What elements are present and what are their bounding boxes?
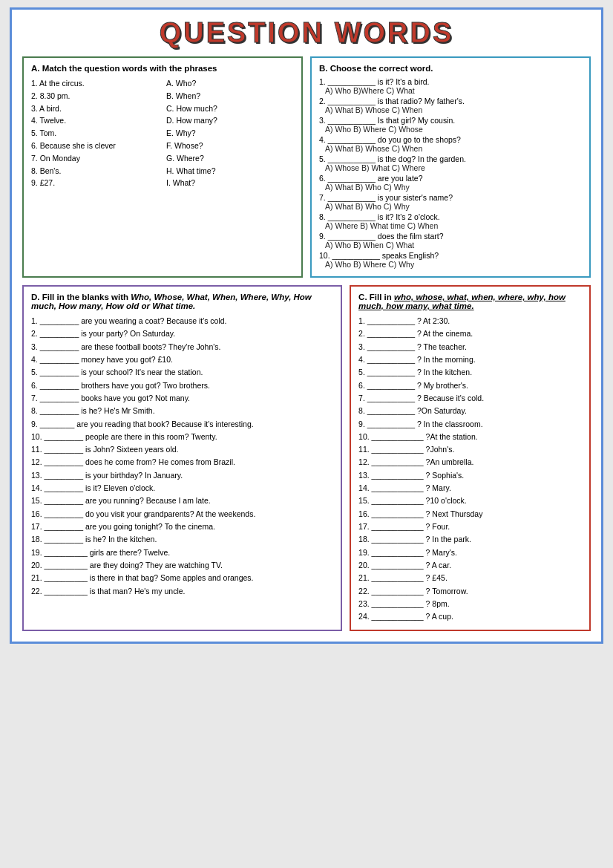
section-c-list: 1. ___________ ? At 2:30.2. ___________ … (358, 315, 582, 624)
section-c-item: 14. ____________ ? Mary. (358, 482, 582, 495)
section-d-item: 5. _________ is your school? It's near t… (31, 366, 333, 379)
section-b: B. Choose the correct word. 1. _________… (310, 56, 591, 278)
choose-options: A) What B) Whose C) When (325, 144, 582, 153)
page-title: QUESTION WORDS (22, 17, 591, 49)
section-b-item: 8. ___________ is it? It's 2 o'clock.A) … (319, 212, 582, 230)
page: QUESTION WORDS A. Match the question wor… (10, 7, 603, 644)
section-a-left-item: 5. Tom. (31, 127, 159, 140)
section-d-item: 16. _________ do you visit your grandpar… (31, 508, 333, 521)
choose-question: 2. ___________ is that radio? My father'… (319, 97, 582, 105)
section-a-left-item: 2. 8.30 pm. (31, 90, 159, 102)
section-c-item: 1. ___________ ? At 2:30. (358, 315, 582, 327)
section-c-item: 21. ____________ ? £45. (358, 572, 582, 584)
section-d-words: Who, Whose, What, When, Where, Why, How … (31, 293, 312, 310)
choose-question: 7. ___________ is your sister's name? (319, 193, 582, 202)
choose-question: 5. ___________ is the dog? In the garden… (319, 154, 582, 163)
section-d-item: 19. __________ girls are there? Twelve. (31, 546, 333, 559)
section-c-item: 4. ___________ ? In the morning. (358, 353, 582, 366)
section-b-item: 5. ___________ is the dog? In the garden… (319, 154, 582, 172)
section-d: D. Fill in the blanks with Who, Whose, W… (22, 285, 342, 631)
section-c-item: 2. ___________ ? At the cinema. (358, 327, 582, 340)
choose-options: A) Who B)Where C) What (325, 86, 582, 95)
choose-question: 8. ___________ is it? It's 2 o'clock. (319, 212, 582, 221)
section-c-item: 15. ____________ ?10 o'clock. (358, 495, 582, 507)
section-c-item: 23. ____________ ? 8pm. (358, 598, 582, 610)
choose-options: A) What B) Who C) Why (325, 183, 582, 192)
section-a-left-item: 3. A bird. (31, 102, 159, 115)
top-section: A. Match the question words with the phr… (22, 56, 591, 278)
section-d-item: 10. _________ people are there in this r… (31, 431, 333, 443)
section-c-item: 11. ____________ ?John's. (358, 443, 582, 456)
section-c-item: 19. ____________ ? Mary's. (358, 546, 582, 559)
section-a-right-item: E. Why? (166, 127, 294, 140)
section-b-item: 6. ___________ are you late?A) What B) W… (319, 174, 582, 192)
section-a-right-item: D. How many? (166, 114, 294, 127)
section-a-right-item: G. Where? (166, 152, 294, 165)
section-d-item: 9. ________ are you reading that book? B… (31, 418, 333, 431)
section-b-list: 1. ___________ is it? It's a bird.A) Who… (319, 77, 582, 269)
choose-question: 6. ___________ are you late? (319, 174, 582, 183)
section-d-item: 11. _________ is John? Sixteen years old… (31, 443, 333, 456)
section-d-item: 3. _________ are these football boots? T… (31, 341, 333, 353)
choose-question: 3. ___________ Is that girl? My cousin. (319, 116, 582, 125)
section-a-right: A. Who?B. When?C. How much?D. How many?E… (166, 77, 294, 189)
section-a-left-item: 9. £27. (31, 177, 159, 189)
section-c: C. Fill in who, whose, what, when, where… (350, 285, 591, 631)
choose-options: A) What B) Whose C) When (325, 105, 582, 114)
section-d-item: 21. __________ is there in that bag? Som… (31, 572, 333, 584)
choose-question: 4. ___________ do you go to the shops? (319, 135, 582, 144)
section-a-grid: 1. At the circus.2. 8.30 pm.3. A bird.4.… (31, 77, 294, 189)
section-d-item: 20. __________ are they doing? They are … (31, 559, 333, 572)
section-d-item: 17. _________ are you going tonight? To … (31, 521, 333, 533)
section-a: A. Match the question words with the phr… (22, 56, 303, 278)
section-c-words: who, whose, what, when, where, why, how … (358, 293, 566, 310)
choose-question: 9. ___________ does the film start? (319, 232, 582, 241)
section-d-item: 18. _________ is he? In the kitchen. (31, 533, 333, 546)
section-c-item: 24. ____________ ? A cup. (358, 610, 582, 623)
section-a-right-item: B. When? (166, 90, 294, 102)
section-c-item: 13. ____________ ? Sophia's. (358, 469, 582, 482)
section-a-left-item: 4. Twelve. (31, 114, 159, 127)
section-b-item: 2. ___________ is that radio? My father'… (319, 97, 582, 114)
section-c-item: 7. ___________ ? Because it's cold. (358, 392, 582, 405)
section-a-title: A. Match the question words with the phr… (31, 64, 294, 73)
section-d-list: 1. _________ are you wearing a coat? Bec… (31, 315, 333, 598)
section-b-title: B. Choose the correct word. (319, 64, 582, 73)
section-a-right-item: H. What time? (166, 165, 294, 177)
choose-question: 1. ___________ is it? It's a bird. (319, 77, 582, 86)
section-c-item: 16. ____________ ? Next Thursday (358, 508, 582, 521)
section-c-item: 10. ____________ ?At the station. (358, 431, 582, 443)
section-a-left-item: 7. On Monday (31, 152, 159, 165)
section-b-item: 10. ___________ speaks English?A) Who B)… (319, 251, 582, 269)
section-b-item: 7. ___________ is your sister's name?A) … (319, 193, 582, 211)
section-c-item: 22. ____________ ? Tomorrow. (358, 585, 582, 598)
section-a-right-item: I. What? (166, 177, 294, 189)
section-d-item: 1. _________ are you wearing a coat? Bec… (31, 315, 333, 327)
section-c-item: 5. ___________ ? In the kitchen. (358, 366, 582, 379)
section-c-item: 8. ___________ ?On Saturday. (358, 405, 582, 417)
section-b-item: 3. ___________ Is that girl? My cousin.A… (319, 116, 582, 134)
section-c-item: 9. ___________ ? In the classroom. (358, 418, 582, 431)
choose-options: A) Who B) Where C) Why (325, 260, 582, 269)
section-b-item: 4. ___________ do you go to the shops?A)… (319, 135, 582, 153)
section-c-item: 12. ____________ ?An umbrella. (358, 456, 582, 469)
section-a-left: 1. At the circus.2. 8.30 pm.3. A bird.4.… (31, 77, 159, 189)
section-d-item: 4. _________ money have you got? £10. (31, 353, 333, 366)
section-c-item: 3. ___________ ? The teacher. (358, 341, 582, 353)
section-a-right-item: F. Whose? (166, 140, 294, 152)
section-a-left-item: 8. Ben's. (31, 165, 159, 177)
section-d-item: 2. _________ is your party? On Saturday. (31, 327, 333, 340)
section-c-item: 17. ____________ ? Four. (358, 521, 582, 533)
section-c-title: C. Fill in who, whose, what, when, where… (358, 293, 582, 310)
section-c-item: 18. ____________ ? In the park. (358, 533, 582, 546)
section-d-item: 12. _________ does he come from? He come… (31, 456, 333, 469)
section-c-item: 6. ___________ ? My brother's. (358, 379, 582, 392)
section-d-title: D. Fill in the blanks with Who, Whose, W… (31, 293, 333, 310)
section-a-left-item: 6. Because she is clever (31, 140, 159, 152)
section-d-item: 13. _________ is your birthday? In Janua… (31, 469, 333, 482)
section-b-item: 1. ___________ is it? It's a bird.A) Who… (319, 77, 582, 95)
section-b-item: 9. ___________ does the film start?A) Wh… (319, 232, 582, 249)
section-d-item: 8. _________ is he? He's Mr Smith. (31, 405, 333, 417)
section-a-right-item: C. How much? (166, 102, 294, 115)
choose-options: A) Where B) What time C) When (325, 221, 582, 230)
